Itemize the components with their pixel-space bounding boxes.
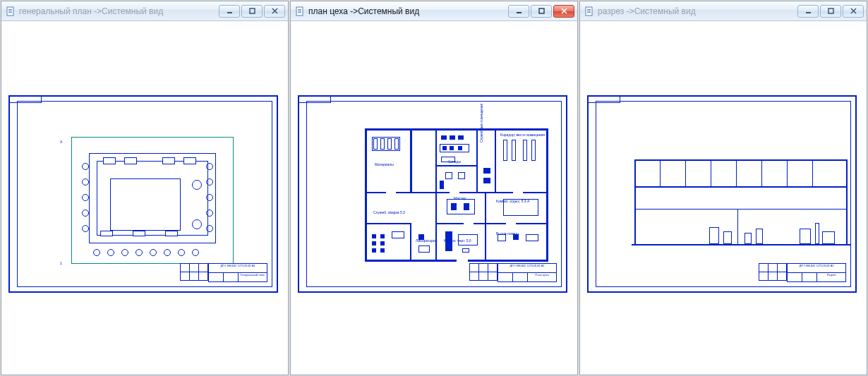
svg-rect-7 [298,9,301,10]
window-title: план цеха ->Системный вид [308,6,508,16]
close-button[interactable] [264,5,285,18]
svg-rect-4 [227,12,232,13]
close-button[interactable] [553,5,574,18]
drawing-frame: А 1 ДП Г.КМ-042 127520.00 А1 Генеральный… [8,95,278,293]
mdi-window-section: разрез ->Системный вид [579,1,867,375]
stamp-grid-left [180,264,208,282]
close-button[interactable] [843,5,864,18]
mdi-window-shop-plan: план цеха ->Системный вид [290,1,578,375]
document-icon [295,6,305,16]
document-icon [6,6,16,16]
svg-rect-9 [298,12,301,13]
maximize-button[interactable] [241,5,263,18]
section-drawing-area [612,113,835,258]
titlebar[interactable]: план цеха ->Системный вид [291,1,577,21]
minimize-button[interactable] [797,5,819,18]
svg-rect-10 [517,12,522,13]
svg-rect-17 [828,8,833,13]
shop-plan-drawing: Материалы Склады Служебные помещения Кор… [323,113,545,258]
stamp-grid-left [469,264,498,282]
svg-rect-11 [539,8,544,13]
general-plan-drawing: А 1 [33,113,256,258]
maximize-button[interactable] [531,5,552,18]
drawing-frame: Материалы Склады Служебные помещения Кор… [298,95,567,293]
mdi-window-general-plan: генеральный план ->Системный вид [1,1,289,375]
minimize-button[interactable] [219,5,240,18]
svg-rect-16 [806,12,811,13]
svg-rect-13 [587,9,591,10]
svg-rect-2 [8,11,12,11]
svg-rect-1 [8,9,12,10]
svg-rect-5 [250,8,255,13]
window-title: разрез ->Системный вид [598,6,797,16]
minimize-button[interactable] [508,5,529,18]
svg-rect-15 [587,12,591,13]
title-block: ДП Г.КМ-042 127520.00 А1 Генеральный пла… [208,264,267,282]
stamp-grid-left [759,264,787,282]
svg-rect-3 [8,12,12,13]
title-block: ДП Г.КМ-042 127520.00 А1 Разрез [787,264,846,282]
window-controls [508,5,574,18]
maximize-button[interactable] [820,5,841,18]
svg-rect-14 [587,11,591,11]
drawing-viewport[interactable]: ДП Г.КМ-042 127520.00 А1 Разрез [580,21,867,375]
drawing-viewport[interactable]: Материалы Склады Служебные помещения Кор… [291,21,577,375]
titlebar[interactable]: генеральный план ->Системный вид [1,1,288,21]
drawing-viewport[interactable]: А 1 ДП Г.КМ-042 127520.00 А1 Генеральный… [1,21,288,375]
title-block: ДП Г.КМ-042 127520.00 А1 План цеха [498,264,557,282]
document-icon [584,6,594,16]
window-controls [219,5,285,18]
svg-rect-8 [298,11,301,11]
drawing-frame: ДП Г.КМ-042 127520.00 А1 Разрез [587,95,857,293]
window-controls [797,5,864,18]
titlebar[interactable]: разрез ->Системный вид [580,1,867,21]
window-title: генеральный план ->Системный вид [19,6,219,16]
